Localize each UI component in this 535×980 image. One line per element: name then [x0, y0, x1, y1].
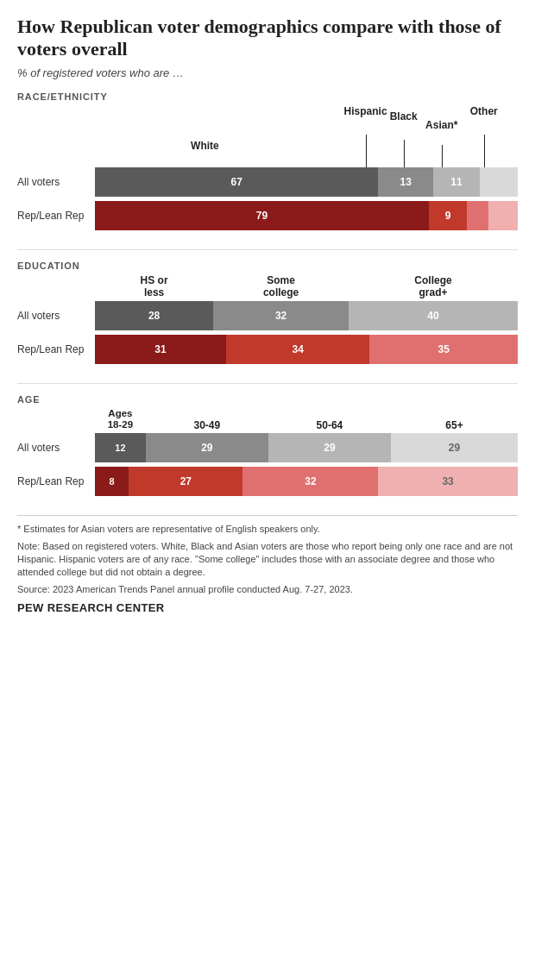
age-all-bar: 12 29 29 29 [95, 433, 518, 462]
race-rep-black-seg [467, 201, 488, 230]
age-all-label: All voters [17, 442, 95, 454]
hispanic-line [366, 135, 367, 167]
edu-rep-college-seg: 35 [369, 335, 518, 364]
subtitle: % of registered voters who are … [17, 66, 518, 79]
divider-2 [17, 383, 518, 384]
age-section: AGE Ages18-29 30-49 50-64 65+ All voters… [17, 394, 518, 497]
edu-col-some: Somecollege [213, 274, 349, 299]
race-all-voters-label: All voters [17, 176, 95, 188]
main-title: How Republican voter demographics compar… [17, 16, 518, 61]
race-section-label: RACE/ETHNICITY [17, 91, 518, 102]
age-rep-50-seg: 32 [242, 467, 378, 496]
edu-all-college-seg: 40 [349, 301, 518, 330]
age-col-18: Ages18-29 [95, 408, 146, 432]
age-col-30: 30-49 [146, 419, 268, 431]
edu-rep-row: Rep/Lean Rep 31 34 35 [17, 335, 518, 364]
race-section: RACE/ETHNICITY White Hispanic Black Asia… [17, 91, 518, 230]
age-rep-65-seg: 33 [378, 467, 518, 496]
race-rep-white-seg: 79 [95, 201, 429, 230]
race-rep-row: Rep/Lean Rep 79 9 [17, 201, 518, 230]
race-all-black-seg: 11 [433, 167, 480, 197]
age-col-headers: Ages18-29 30-49 50-64 65+ [95, 408, 518, 432]
age-rep-30-seg: 27 [129, 467, 242, 496]
divider-1 [17, 249, 518, 250]
edu-rep-hs-seg: 31 [95, 335, 226, 364]
race-rep-bar: 79 9 [95, 201, 518, 230]
race-all-other-seg [480, 167, 518, 197]
age-col-65: 65+ [391, 419, 518, 431]
other-line [484, 135, 485, 167]
age-all-65-seg: 29 [391, 433, 518, 462]
black-line [404, 140, 405, 167]
black-label: Black [390, 110, 418, 122]
hispanic-label: Hispanic [344, 105, 387, 117]
edu-all-bar: 28 32 40 [95, 301, 518, 330]
race-all-white-seg: 67 [95, 167, 378, 197]
footnotes: * Estimates for Asian voters are represe… [17, 515, 518, 614]
race-all-voters-row: All voters 67 13 11 [17, 167, 518, 197]
edu-col-hs: HS orless [95, 274, 213, 299]
race-rep-other-seg [488, 201, 518, 230]
footnote-source: Source: 2023 American Trends Panel annua… [17, 583, 518, 596]
race-rep-label: Rep/Lean Rep [17, 210, 95, 222]
edu-col-college: Collegegrad+ [349, 274, 518, 299]
age-section-label: AGE [17, 394, 518, 405]
footnote-note: Note: Based on registered voters. White,… [17, 540, 518, 580]
asian-line [442, 145, 443, 167]
age-all-50-seg: 29 [268, 433, 391, 462]
age-all-30-seg: 29 [146, 433, 268, 462]
edu-all-label: All voters [17, 310, 95, 322]
age-all-18-seg: 12 [95, 433, 146, 462]
white-label: White [95, 140, 315, 152]
age-all-voters-row: All voters 12 29 29 29 [17, 433, 518, 462]
age-rep-18-seg: 8 [95, 467, 129, 496]
edu-all-hs-seg: 28 [95, 301, 213, 330]
age-rep-bar: 8 27 32 33 [95, 467, 518, 496]
edu-rep-bar: 31 34 35 [95, 335, 518, 364]
edu-all-voters-row: All voters 28 32 40 [17, 301, 518, 330]
education-section-label: EDUCATION [17, 261, 518, 271]
footnote-asterisk: * Estimates for Asian voters are represe… [17, 523, 518, 536]
education-section: EDUCATION HS orless Somecollege Collegeg… [17, 261, 518, 364]
edu-rep-label: Rep/Lean Rep [17, 343, 95, 355]
age-rep-label: Rep/Lean Rep [17, 475, 95, 487]
asian-label: Asian* [425, 119, 457, 131]
education-col-headers: HS orless Somecollege Collegegrad+ [95, 274, 518, 299]
race-rep-hispanic-seg: 9 [429, 201, 467, 230]
branding: PEW RESEARCH CENTER [17, 601, 518, 614]
edu-rep-some-seg: 34 [226, 335, 370, 364]
edu-all-some-seg: 32 [213, 301, 349, 330]
race-all-voters-bar: 67 13 11 [95, 167, 518, 197]
age-rep-row: Rep/Lean Rep 8 27 32 33 [17, 467, 518, 496]
race-all-hispanic-seg: 13 [378, 167, 433, 197]
other-label: Other [470, 105, 498, 117]
age-col-50: 50-64 [268, 419, 391, 431]
